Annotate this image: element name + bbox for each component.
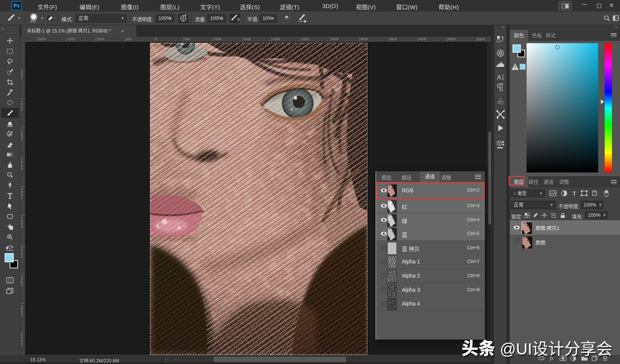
svg-text:T: T xyxy=(573,191,576,197)
svg-text:A: A xyxy=(497,74,501,81)
